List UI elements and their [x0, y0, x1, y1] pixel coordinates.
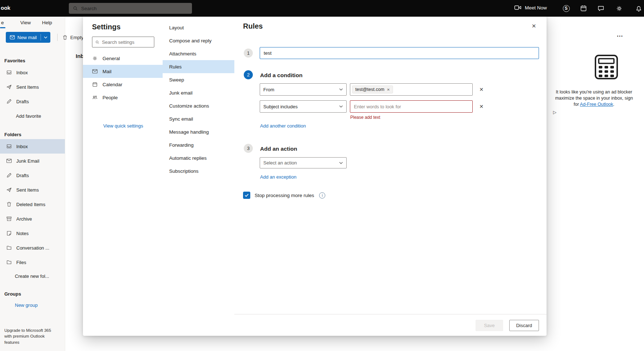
folder-item-notes[interactable]: Notes: [0, 226, 65, 241]
settings-nav-calendar[interactable]: Calendar: [83, 78, 163, 91]
folder-label: Drafts: [16, 173, 29, 178]
ad-free-outlook-link[interactable]: Ad-Free Outlook: [580, 102, 613, 107]
mail-nav-compose[interactable]: Compose and reply: [163, 34, 234, 47]
my-day-button[interactable]: [580, 4, 587, 12]
close-icon[interactable]: ✕: [529, 21, 539, 31]
junk-mail-icon: [6, 158, 12, 164]
info-icon[interactable]: i: [319, 192, 325, 199]
favorite-label: Drafts: [16, 99, 29, 104]
new-group-button[interactable]: New group: [0, 298, 65, 312]
feedback-button[interactable]: [597, 4, 605, 12]
active-tab-underline: [0, 27, 5, 28]
groups-heading[interactable]: Groups: [0, 289, 65, 298]
ad-message-line3: for Ad-Free Outlook.: [544, 101, 644, 108]
condition-2-selector-dropdown[interactable]: Subject includes: [260, 100, 347, 113]
condition-2-value-box: [350, 100, 473, 113]
folder-item-inbox[interactable]: Inbox: [0, 139, 65, 154]
folder-item-deleted[interactable]: Deleted Items: [0, 197, 65, 212]
settings-nav-people[interactable]: People: [83, 91, 163, 104]
mail-nav-message-handling[interactable]: Message handling: [163, 125, 234, 138]
tab-home-partial[interactable]: e: [1, 20, 4, 25]
settings-nav-mail[interactable]: Mail: [83, 65, 163, 78]
mail-nav-subscriptions[interactable]: Subscriptions: [163, 164, 234, 177]
empty-folder-button[interactable]: Empty: [62, 32, 84, 43]
folder-pane: Favorites Inbox Sent Items Drafts Add fa…: [0, 17, 65, 351]
add-action-heading: Add an action: [260, 146, 297, 152]
new-mail-split-button[interactable]: New mail: [6, 32, 50, 43]
mail-nav-layout[interactable]: Layout: [163, 21, 234, 34]
calendar-day-icon: [580, 5, 587, 12]
skype-button[interactable]: S: [562, 4, 570, 12]
discard-button[interactable]: Discard: [509, 320, 539, 331]
tab-help[interactable]: Help: [42, 20, 52, 25]
mail-nav-automatic-replies[interactable]: Automatic replies: [163, 151, 234, 164]
chevron-down-icon: [339, 162, 343, 164]
condition-2-value-input[interactable]: [352, 104, 471, 109]
remove-condition-1-button[interactable]: ✕: [478, 86, 485, 93]
mail-nav-rules[interactable]: Rules: [163, 60, 234, 73]
adchoices-icon[interactable]: ▷: [553, 110, 556, 115]
dialog-footer: Save Discard: [234, 314, 547, 336]
folder-icon: [6, 259, 12, 265]
chip-remove-icon[interactable]: ✕: [387, 88, 390, 92]
ad-line3-prefix: for: [574, 102, 580, 107]
create-new-folder-button[interactable]: Create new fol...: [0, 269, 65, 283]
meet-now-label: Meet Now: [525, 5, 547, 11]
new-mail-dropdown-arrow[interactable]: [41, 32, 50, 43]
favorite-item-inbox[interactable]: Inbox: [0, 65, 65, 80]
folder-item-drafts[interactable]: Drafts: [0, 168, 65, 183]
folder-item-conversation[interactable]: Conversation ...: [0, 241, 65, 255]
skype-icon: S: [563, 5, 570, 12]
condition-1-selector-dropdown[interactable]: From: [260, 83, 347, 96]
folder-label: Notes: [16, 231, 29, 236]
rule-name-input[interactable]: [260, 47, 539, 59]
folder-label: Inbox: [16, 144, 28, 149]
upgrade-promo-text[interactable]: Upgrade to Microsoft 365 with premium Ou…: [4, 327, 52, 345]
settings-title: Settings: [92, 23, 121, 31]
settings-nav-general[interactable]: General: [83, 52, 163, 65]
notifications-button[interactable]: [635, 4, 643, 12]
remove-condition-2-button[interactable]: ✕: [478, 103, 485, 110]
mail-nav-junk[interactable]: Junk email: [163, 86, 234, 99]
mail-nav-attachments[interactable]: Attachments: [163, 47, 234, 60]
step-1-badge: 1: [244, 49, 253, 58]
stop-processing-label: Stop processing more rules: [255, 193, 314, 198]
tab-view[interactable]: View: [20, 20, 31, 25]
save-button[interactable]: Save: [476, 320, 503, 331]
mail-nav-forwarding[interactable]: Forwarding: [163, 138, 234, 151]
folder-item-files[interactable]: Files: [0, 255, 65, 269]
mail-nav-sync[interactable]: Sync email: [163, 112, 234, 125]
more-options-button[interactable]: ...: [617, 31, 623, 38]
settings-button[interactable]: [615, 4, 623, 12]
folder-label: Archive: [16, 216, 32, 222]
mail-icon: [92, 68, 98, 74]
new-mail-label: New mail: [17, 35, 37, 40]
settings-search-box[interactable]: [92, 37, 154, 47]
folders-heading[interactable]: Folders: [0, 130, 65, 139]
folder-item-archive[interactable]: Archive: [0, 212, 65, 226]
condition-1-value-box[interactable]: test@test.com ✕: [350, 83, 473, 96]
add-another-condition-link[interactable]: Add another condition: [260, 123, 306, 129]
settings-nav-label: Mail: [103, 69, 112, 74]
folder-item-junk[interactable]: Junk Email: [0, 154, 65, 168]
add-favorite-button[interactable]: Add favorite: [0, 109, 65, 123]
view-quick-settings-link[interactable]: View quick settings: [103, 123, 143, 129]
ad-message-line1: It looks like you're using an ad blocker: [544, 89, 644, 95]
settings-nav-column: Settings General Mail Calendar People: [83, 15, 163, 336]
mail-nav-sweep[interactable]: Sweep: [163, 73, 234, 86]
select-action-dropdown[interactable]: Select an action: [260, 157, 347, 168]
folder-label: Junk Email: [16, 158, 39, 164]
add-exception-link[interactable]: Add an exception: [260, 174, 296, 180]
ad-line3-suffix: .: [613, 102, 614, 107]
stop-processing-checkbox[interactable]: [243, 192, 250, 199]
inbox-icon: [6, 70, 12, 75]
favorites-heading[interactable]: Favorites: [0, 56, 65, 65]
meet-now-button[interactable]: Meet Now: [514, 5, 547, 11]
mail-nav-customize[interactable]: Customize actions: [163, 99, 234, 112]
settings-search-input[interactable]: [102, 39, 151, 45]
favorite-item-sent[interactable]: Sent Items: [0, 80, 65, 94]
archive-icon: [6, 216, 12, 222]
folder-item-sent[interactable]: Sent Items: [0, 183, 65, 197]
global-search-input[interactable]: Search: [69, 3, 192, 14]
favorite-item-drafts[interactable]: Drafts: [0, 94, 65, 109]
